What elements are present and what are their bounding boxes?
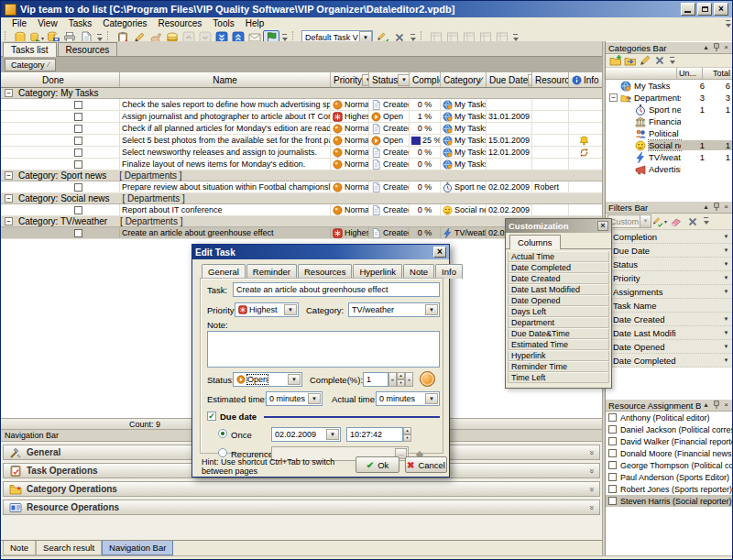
tab-tasks-list[interactable]: Tasks list: [3, 42, 57, 57]
status-cell[interactable]: Created: [369, 159, 410, 170]
resource-item[interactable]: Daniel Jackson (Political correspondent): [606, 423, 733, 435]
column-item-actual-time[interactable]: Actual Time: [508, 251, 609, 262]
due-date-cell[interactable]: 15.01.2009: [487, 135, 532, 146]
resource-checkbox[interactable]: [608, 437, 617, 445]
status-cell[interactable]: Created: [369, 99, 410, 110]
group-row[interactable]: −Category: Sport news[ Departments ]: [1, 170, 602, 181]
chevron-down-icon[interactable]: ▼: [284, 304, 297, 315]
column-header-info[interactable]: Info: [569, 72, 601, 87]
close-panel-icon[interactable]: ×: [721, 203, 731, 213]
priority-cell[interactable]: Normal: [331, 99, 369, 110]
resource-cell[interactable]: [532, 204, 569, 215]
task-row[interactable]: Prepare review about situation within Fo…: [1, 181, 602, 193]
menu-file[interactable]: File: [6, 17, 32, 29]
complete-input[interactable]: 1: [363, 372, 388, 387]
complete-cell[interactable]: 0 %: [410, 204, 441, 215]
due-date-cell[interactable]: [487, 99, 532, 110]
bottom-tab-navigation-bar[interactable]: Navigation Bar: [102, 541, 173, 555]
chevron-expand-icon[interactable]: »: [586, 487, 596, 491]
category-combo[interactable]: TV/weather ▼: [348, 302, 440, 317]
status-cell[interactable]: Open: [369, 111, 410, 122]
minimize-button[interactable]: [681, 3, 695, 16]
column-item-date-last-modified[interactable]: Date Last Modified: [508, 284, 609, 295]
task-name-cell[interactable]: Check the sales report to define how muc…: [120, 99, 331, 110]
spin-up-icon[interactable]: ▲: [397, 372, 405, 379]
chevron-down-icon[interactable]: ▼: [288, 374, 301, 385]
done-checkbox[interactable]: [74, 229, 82, 237]
column-item-date-completed[interactable]: Date Completed: [508, 262, 609, 273]
close-panel-icon[interactable]: ×: [721, 401, 731, 411]
info-cell[interactable]: [569, 135, 601, 146]
column-header-pri[interactable]: Priority▼: [331, 72, 369, 87]
column-item-date-opened[interactable]: Date Opened: [508, 295, 609, 306]
dialog-tab-resources[interactable]: Resources: [298, 264, 352, 279]
spin-fast-up-icon[interactable]: »: [405, 372, 413, 387]
column-header-res[interactable]: Resourc▼: [532, 72, 569, 87]
complete-cell[interactable]: 0 %: [410, 159, 441, 170]
collapse-icon[interactable]: −: [5, 89, 13, 97]
resource-cell[interactable]: Robert: [532, 181, 569, 192]
column-item-estimated-time[interactable]: Estimated Time: [508, 339, 609, 350]
complete-cell[interactable]: 1 %: [410, 111, 441, 122]
resource-item[interactable]: Donald Moore (Financial news editor): [606, 447, 733, 459]
done-checkbox[interactable]: [74, 101, 82, 109]
note-textarea[interactable]: [207, 331, 440, 368]
task-row[interactable]: Check if all planned articles for Monday…: [1, 123, 602, 135]
column-item-date-created[interactable]: Date Created: [508, 273, 609, 284]
due-date-cell[interactable]: 02.02.2009: [487, 204, 532, 215]
priority-cell[interactable]: Normal: [331, 204, 369, 215]
info-cell[interactable]: [569, 111, 601, 122]
recurrence-radio[interactable]: [218, 448, 227, 457]
chevron-down-icon[interactable]: ▼: [721, 273, 731, 283]
close-panel-icon[interactable]: ×: [721, 43, 731, 53]
collapse-panel-icon[interactable]: ▴: [701, 203, 711, 213]
done-checkbox[interactable]: [74, 183, 82, 192]
dialog-titlebar[interactable]: Edit Task ×: [192, 245, 449, 259]
info-cell[interactable]: [569, 181, 601, 192]
chevron-down-icon[interactable]: ▼: [425, 393, 438, 404]
due-date-cell[interactable]: 12.01.2009: [487, 147, 532, 158]
info-cell[interactable]: [569, 204, 601, 215]
dialog-tab-info[interactable]: Info: [435, 264, 463, 279]
time-spinner[interactable]: ▲▼: [403, 427, 411, 442]
filter-row-date-last-modifi[interactable]: Date Last Modifi▼: [606, 326, 733, 340]
tree-item-tv-weather[interactable]: TV/weather11: [606, 151, 733, 163]
group-row[interactable]: −Category: My Tasks: [1, 88, 602, 99]
column-header-due[interactable]: Due Date▼: [487, 72, 532, 87]
resource-cell[interactable]: [532, 99, 569, 110]
resource-cell[interactable]: [532, 159, 569, 170]
filter-preset-combo[interactable]: Custom ▼: [607, 214, 651, 228]
new-category-icon[interactable]: [608, 54, 623, 67]
cancel-button[interactable]: ✖Cancel: [405, 456, 447, 473]
collapse-icon[interactable]: −: [609, 93, 618, 102]
complete-cell[interactable]: 0 %: [410, 147, 441, 158]
priority-cell[interactable]: Highest: [331, 111, 369, 122]
column-header-name[interactable]: Name: [120, 72, 331, 87]
tree-item-my-tasks[interactable]: My Tasks66: [606, 80, 733, 92]
task-name-cell[interactable]: Create an article about greenhouse effec…: [120, 227, 331, 238]
apply-filter-icon[interactable]: ▾: [651, 214, 668, 229]
done-checkbox[interactable]: [74, 137, 82, 145]
total-column-header[interactable]: Total: [703, 68, 733, 79]
done-checkbox[interactable]: [74, 125, 82, 133]
menu-tasks[interactable]: Tasks: [63, 17, 98, 29]
tree-item-social-news[interactable]: Social news11: [606, 139, 733, 151]
info-cell[interactable]: [569, 123, 601, 134]
resource-checkbox[interactable]: [608, 497, 617, 505]
task-name-cell[interactable]: Assign journalist and photographer to ar…: [120, 111, 331, 122]
tree-item-departments[interactable]: −Departments33: [606, 92, 733, 104]
chevron-expand-icon[interactable]: »: [586, 468, 596, 473]
due-date-cell[interactable]: 02.02.2009: [487, 181, 532, 192]
collapse-icon[interactable]: −: [5, 171, 13, 180]
resource-item[interactable]: Robert Jones (Sports reporter): [606, 483, 733, 495]
chevron-down-icon[interactable]: ▼: [721, 356, 731, 366]
chevron-down-icon[interactable]: ▼: [721, 328, 731, 338]
chevron-down-icon[interactable]: ▼: [721, 287, 731, 297]
complete-cell[interactable]: 0 %: [410, 99, 441, 110]
customization-titlebar[interactable]: Customization ×: [506, 219, 611, 233]
status-cell[interactable]: Created: [369, 181, 410, 192]
collapse-icon[interactable]: −: [5, 194, 13, 203]
resource-checkbox[interactable]: [608, 461, 617, 469]
complete-cell[interactable]: 0 %: [410, 181, 441, 192]
chevron-down-icon[interactable]: ▼: [721, 314, 731, 324]
